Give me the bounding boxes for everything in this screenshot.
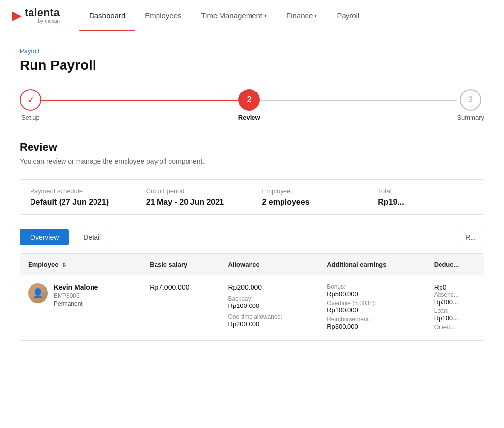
sort-icon[interactable]: ⇅ — [62, 262, 66, 268]
nav-item-time-management[interactable]: Time Management ▾ — [191, 0, 277, 31]
total-value: Rp19... — [378, 198, 474, 207]
employee-type: Permanent — [54, 300, 98, 307]
overtime-label: Overtime (5.003h): — [327, 300, 418, 306]
bonus-value: Rp500.000 — [327, 290, 418, 298]
info-card-employee: Employee 2 employees — [252, 180, 369, 214]
logo-name: talenta — [25, 6, 60, 19]
info-card-payment-schedule: Payment schedule Default (27 Jun 2021) — [20, 180, 136, 214]
nav-item-finance[interactable]: Finance ▾ — [277, 0, 327, 31]
step-label-summary: Summary — [457, 114, 484, 121]
chevron-down-icon: ▾ — [264, 13, 267, 18]
allowance-cell: Rp200.000 Backpay: Rp100.000 One-time al… — [220, 275, 319, 340]
logo-sub: by mekari — [25, 18, 60, 24]
table-wrapper: Employee ⇅ Basic salary Allowance Additi… — [20, 253, 484, 341]
nav-item-employees[interactable]: Employees — [135, 0, 191, 31]
basic-salary-cell: Rp7.000.000 — [142, 275, 220, 340]
payment-schedule-label: Payment schedule — [30, 187, 126, 195]
cutoff-label: Cut off period — [146, 187, 242, 195]
employee-info: Kevin Malone EMP8005 Permanent — [54, 283, 98, 307]
step-setup: ✓ Set up — [20, 89, 41, 121]
step-connector-1 — [41, 100, 238, 101]
col-additional-earnings: Additional earnings — [319, 254, 426, 275]
table-row: 👤 Kevin Malone EMP8005 Permanent Rp7.00 — [20, 275, 484, 340]
info-cards: Payment schedule Default (27 Jun 2021) C… — [20, 179, 484, 215]
review-section: Review You can review or manage the empl… — [20, 141, 484, 341]
absence-value: Rp300... — [434, 298, 476, 306]
reimbursement-label: Reimbursement: — [327, 316, 418, 323]
total-label: Total — [378, 187, 474, 195]
info-card-cutoff: Cut off period 21 May - 20 Jun 2021 — [136, 180, 252, 214]
tab-bar: Overview Detail R... — [20, 229, 484, 245]
step-connector-2 — [260, 100, 457, 101]
deductions-cell: Rp0 Absenc... Rp300... Loan: Rp100... On… — [426, 275, 484, 340]
employee-id: EMP8005 — [54, 292, 98, 299]
onetime-deduction-label: One-ti... — [434, 324, 476, 331]
main-content: Payroll Run Payroll ✓ Set up 2 Review 3 … — [0, 31, 504, 428]
nav-items: Dashboard Employees Time Management ▾ Fi… — [79, 0, 369, 31]
info-card-total: Total Rp19... — [368, 180, 484, 214]
logo: ▶ talenta by mekari — [12, 7, 60, 24]
step-review: 2 Review — [238, 89, 260, 121]
col-basic-salary: Basic salary — [142, 254, 220, 275]
payroll-table: Employee ⇅ Basic salary Allowance Additi… — [20, 254, 484, 340]
review-subtitle: You can review or manage the employee pa… — [20, 157, 484, 165]
page-title: Run Payroll — [20, 58, 484, 73]
payment-schedule-value: Default (27 Jun 2021) — [30, 198, 126, 207]
step-circle-review: 2 — [238, 89, 260, 111]
onetime-label: One-time allowance: — [228, 313, 312, 320]
employee-count-label: Employee — [262, 187, 358, 195]
additional-earnings-cell: Bonus: Rp500.000 Overtime (5.003h): Rp10… — [319, 275, 426, 340]
breadcrumb[interactable]: Payroll — [20, 47, 484, 55]
chevron-down-icon: ▾ — [315, 13, 317, 18]
overtime-value: Rp100.000 — [327, 306, 418, 314]
step-summary: 3 Summary — [457, 89, 484, 121]
avatar-image: 👤 — [28, 283, 48, 303]
backpay-value: Rp100.000 — [228, 302, 312, 309]
nav-item-dashboard[interactable]: Dashboard — [79, 0, 135, 31]
employee-cell: 👤 Kevin Malone EMP8005 Permanent — [20, 275, 142, 340]
onetime-value: Rp200.000 — [228, 320, 312, 328]
allowance-main-value: Rp200.000 — [228, 283, 312, 291]
nav-item-payroll[interactable]: Payroll — [327, 0, 369, 31]
reimbursement-value: Rp300.000 — [327, 323, 418, 330]
employee-name: Kevin Malone — [54, 283, 98, 291]
avatar: 👤 — [28, 283, 48, 303]
backpay-label: Backpay: — [228, 295, 312, 302]
employee-count-value: 2 employees — [262, 198, 358, 207]
col-allowance: Allowance — [220, 254, 319, 275]
col-deductions: Deduc... — [426, 254, 484, 275]
loan-value: Rp100... — [434, 314, 476, 322]
export-button[interactable]: R... — [457, 229, 484, 245]
review-title: Review — [20, 141, 484, 153]
deduction-main: Rp0 — [434, 283, 476, 291]
table-header-row: Employee ⇅ Basic salary Allowance Additi… — [20, 254, 484, 275]
loan-label: Loan: — [434, 307, 476, 314]
logo-icon: ▶ — [12, 9, 21, 23]
step-label-review: Review — [238, 114, 260, 121]
step-label-setup: Set up — [21, 114, 40, 121]
basic-salary-value: Rp7.000.000 — [150, 283, 212, 291]
bonus-label: Bonus: — [327, 283, 418, 290]
step-circle-summary: 3 — [460, 89, 481, 111]
navbar: ▶ talenta by mekari Dashboard Employees … — [0, 0, 504, 31]
cutoff-value: 21 May - 20 Jun 2021 — [146, 198, 242, 207]
tab-overview[interactable]: Overview — [20, 229, 69, 245]
absence-label: Absenc... — [434, 291, 476, 298]
stepper: ✓ Set up 2 Review 3 Summary — [20, 89, 484, 121]
step-circle-setup: ✓ — [20, 89, 41, 111]
col-employee: Employee ⇅ — [20, 254, 142, 275]
tab-detail[interactable]: Detail — [73, 229, 111, 245]
